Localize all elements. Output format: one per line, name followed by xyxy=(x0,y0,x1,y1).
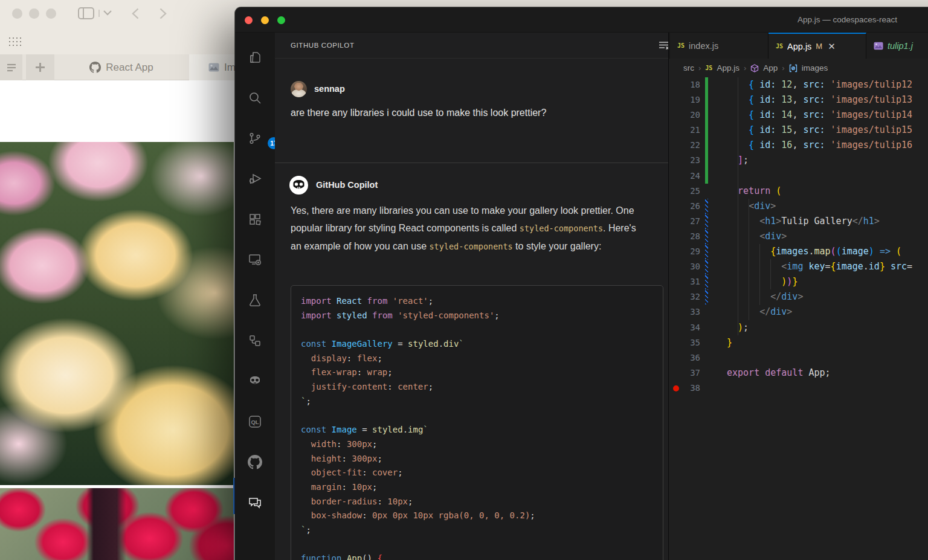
line-number: 27 xyxy=(682,214,700,229)
code-text: ); xyxy=(708,320,928,335)
explorer-icon[interactable] xyxy=(248,50,262,65)
tab-react-app[interactable]: React App xyxy=(54,54,188,80)
editor-code-area[interactable]: 18 { id: 12, src: 'images/tulip1219 { id… xyxy=(669,77,928,396)
breakpoint-gutter[interactable] xyxy=(669,289,682,304)
code-line: 28 <div> xyxy=(669,229,928,244)
chevron-down-icon[interactable] xyxy=(103,10,112,16)
tulip-photo-pink-yellow xyxy=(0,142,234,485)
code-text: </div> xyxy=(708,304,928,320)
code-line: const Image = styled.img` xyxy=(301,423,653,437)
extensions-icon[interactable] xyxy=(248,212,262,227)
code-line: function App() { xyxy=(301,552,653,560)
breakpoint-gutter[interactable] xyxy=(669,153,682,168)
breadcrumb-symbol[interactable]: App xyxy=(763,63,778,72)
breakpoint-gutter[interactable] xyxy=(669,259,682,274)
breakpoint-gutter[interactable] xyxy=(669,244,682,259)
code-line: 37export default App; xyxy=(669,365,928,381)
line-number: 31 xyxy=(682,274,700,289)
code-line: object-fit: cover; xyxy=(301,466,653,480)
line-number: 36 xyxy=(682,350,700,365)
code-line: const ImageGallery = styled.div` xyxy=(301,337,653,352)
search-icon[interactable] xyxy=(248,91,262,105)
code-text: export default App; xyxy=(708,365,928,381)
breakpoint-gutter[interactable] xyxy=(669,138,682,153)
user-avatar xyxy=(291,81,307,97)
safari-close-button[interactable] xyxy=(12,8,22,19)
code-text: { id: 13, src: 'images/tulip13 xyxy=(708,92,928,108)
line-number: 33 xyxy=(682,304,700,320)
breakpoint-gutter[interactable] xyxy=(669,184,682,199)
code-line: 22 { id: 16, src: 'images/tulip16 xyxy=(669,138,928,153)
indent-guide xyxy=(759,244,760,305)
code-line: 25 return ( xyxy=(669,184,928,199)
grid-dots-icon[interactable] xyxy=(8,36,21,48)
remote-explorer-icon[interactable] xyxy=(248,253,262,267)
safari-zoom-button[interactable] xyxy=(46,8,56,19)
code-text: return ( xyxy=(708,184,928,199)
code-line: 19 { id: 13, src: 'images/tulip13 xyxy=(669,92,928,108)
tab-app-js[interactable]: JS App.js M ✕ xyxy=(768,33,866,59)
breakpoint-gutter[interactable] xyxy=(669,92,682,108)
breakpoint-icon[interactable] xyxy=(669,381,682,396)
window-title: App.js — codespaces-react xyxy=(798,15,897,24)
github-icon[interactable] xyxy=(248,455,262,469)
line-number: 24 xyxy=(682,169,700,184)
line-number: 32 xyxy=(682,289,700,304)
sidebar-toggle-icon[interactable] xyxy=(78,7,94,19)
breakpoint-gutter[interactable] xyxy=(669,304,682,320)
breadcrumb-src[interactable]: src xyxy=(683,63,694,72)
breakpoint-gutter[interactable] xyxy=(669,229,682,244)
code-line: 34 ); xyxy=(669,320,928,335)
new-tab-button[interactable] xyxy=(26,54,54,80)
breakpoint-gutter[interactable] xyxy=(669,214,682,229)
image-icon xyxy=(874,42,883,50)
copilot-icon[interactable] xyxy=(248,374,262,388)
vscode-close-button[interactable] xyxy=(245,16,253,24)
breakpoint-gutter[interactable] xyxy=(669,350,682,365)
breakpoint-gutter[interactable] xyxy=(669,199,682,214)
code-line: margin: 10px; xyxy=(301,480,653,495)
back-icon[interactable] xyxy=(132,8,139,19)
breakpoint-gutter[interactable] xyxy=(669,365,682,381)
breakpoint-gutter[interactable] xyxy=(669,108,682,123)
code-text: <div> xyxy=(708,229,928,244)
run-debug-icon[interactable] xyxy=(248,172,262,186)
code-line: 29 {images.map((image) => ( xyxy=(669,244,928,259)
codeql-icon[interactable]: QL xyxy=(248,414,262,429)
code-line: 21 { id: 15, src: 'images/tulip15 xyxy=(669,123,928,138)
breakpoint-gutter[interactable] xyxy=(669,77,682,92)
code-line: 38 xyxy=(669,381,928,396)
vscode-minimize-button[interactable] xyxy=(261,16,269,24)
tab-tulip1[interactable]: tulip1.j xyxy=(866,33,928,59)
pinned-tab-list-button[interactable] xyxy=(0,54,22,80)
tab-index-js[interactable]: JS index.js xyxy=(670,33,768,59)
breadcrumb-file[interactable]: App.js xyxy=(717,63,740,72)
source-control-icon[interactable]: 17 xyxy=(248,131,262,146)
references-icon[interactable] xyxy=(248,333,262,348)
message-divider xyxy=(275,163,668,163)
close-icon[interactable]: ✕ xyxy=(828,41,836,52)
vscode-zoom-button[interactable] xyxy=(277,16,285,24)
code-line: import React from 'react'; xyxy=(301,294,653,309)
chat-icon[interactable] xyxy=(248,495,262,510)
breakpoint-gutter[interactable] xyxy=(669,123,682,138)
editor-tab-strip: JS index.js JS App.js M ✕ tulip1.j xyxy=(669,33,928,59)
tab-images[interactable]: Im xyxy=(189,54,236,80)
line-number: 20 xyxy=(682,108,700,123)
breakpoint-gutter[interactable] xyxy=(669,274,682,289)
code-line: 20 { id: 14, src: 'images/tulip14 xyxy=(669,108,928,123)
breadcrumb[interactable]: src › JS App.js › App › images xyxy=(669,59,928,77)
line-number: 23 xyxy=(682,153,700,168)
code-line: 36 xyxy=(669,350,928,365)
breakpoint-gutter[interactable] xyxy=(669,320,682,335)
breadcrumb-symbol[interactable]: images xyxy=(802,63,828,72)
breakpoint-gutter[interactable] xyxy=(669,169,682,184)
forward-icon[interactable] xyxy=(160,8,167,19)
safari-minimize-button[interactable] xyxy=(29,8,39,19)
testing-beaker-icon[interactable] xyxy=(248,293,262,307)
user-name: sennap xyxy=(314,84,345,94)
chevron-right-icon: › xyxy=(698,63,701,72)
code-line: 31 ))} xyxy=(669,274,928,289)
code-line: 23 ]; xyxy=(669,153,928,168)
breakpoint-gutter[interactable] xyxy=(669,335,682,350)
